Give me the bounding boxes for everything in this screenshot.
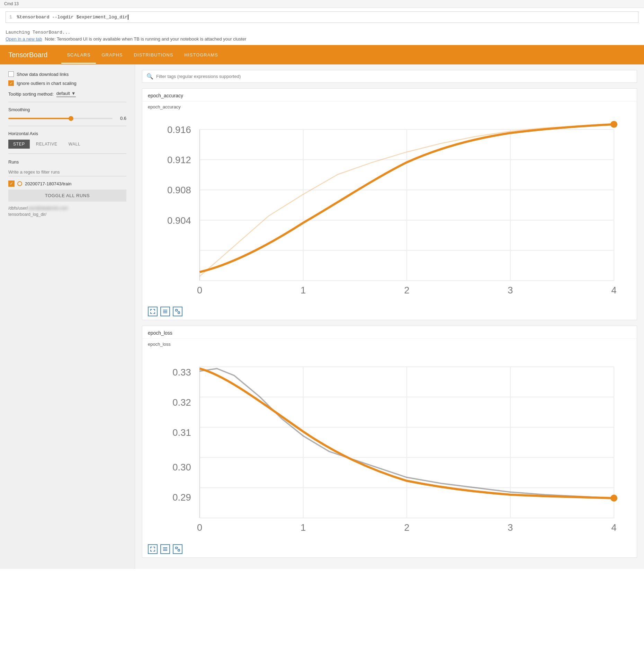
svg-point-49 bbox=[610, 495, 617, 502]
tooltip-label: Tooltip sorting method: bbox=[8, 91, 54, 97]
svg-text:3: 3 bbox=[508, 522, 513, 533]
chart-actions-accuracy bbox=[142, 305, 637, 320]
run-circle-icon bbox=[17, 181, 22, 186]
chart-card-loss: epoch_loss epoch_loss bbox=[142, 326, 637, 557]
show-download-checkbox[interactable] bbox=[8, 71, 14, 77]
note-text: Note: Tensorboard UI is only available w… bbox=[45, 36, 247, 42]
smoothing-label: Smoothing bbox=[8, 107, 126, 112]
smoothing-slider-row: 0.6 bbox=[8, 116, 126, 121]
chart-area-loss: 0.33 0.32 0.31 0.30 0.29 0 1 2 3 4 bbox=[142, 347, 637, 542]
svg-text:0.904: 0.904 bbox=[167, 215, 191, 226]
tab-histograms[interactable]: HISTOGRAMS bbox=[179, 46, 224, 64]
chart-inner-title-accuracy: epoch_accuracy bbox=[142, 102, 637, 109]
svg-text:4: 4 bbox=[611, 285, 617, 296]
svg-text:0.908: 0.908 bbox=[167, 185, 191, 195]
show-download-row[interactable]: Show data download links bbox=[8, 71, 126, 77]
cmd-label: Cmd 13 bbox=[4, 1, 19, 6]
right-panel: 🔍 epoch_accuracy epoch_accuracy bbox=[135, 64, 644, 569]
svg-rect-53 bbox=[176, 547, 177, 549]
svg-text:0.29: 0.29 bbox=[172, 492, 191, 503]
link-row: Open in a new tab Note: Tensorboard UI i… bbox=[0, 36, 644, 45]
chart-inner-title-loss: epoch_loss bbox=[142, 339, 637, 347]
fit-loss-icon[interactable] bbox=[173, 544, 182, 554]
tooltip-value: default bbox=[56, 91, 70, 96]
run-item: 20200717-180743/train bbox=[8, 180, 126, 187]
svg-point-20 bbox=[610, 121, 617, 128]
svg-rect-24 bbox=[176, 309, 177, 311]
run-checkbox[interactable] bbox=[8, 180, 15, 187]
divider-1 bbox=[8, 102, 126, 102]
accuracy-chart-svg: 0.916 0.912 0.908 0.904 0 1 2 3 4 bbox=[148, 112, 631, 302]
tensorboard-nav: TensorBoard SCALARS GRAPHS DISTRIBUTIONS… bbox=[0, 45, 644, 64]
loss-chart-svg: 0.33 0.32 0.31 0.30 0.29 0 1 2 3 4 bbox=[148, 350, 631, 539]
svg-text:0.32: 0.32 bbox=[172, 397, 191, 408]
smoothing-fill bbox=[8, 118, 71, 119]
svg-text:0.30: 0.30 bbox=[172, 462, 191, 473]
search-icon: 🔍 bbox=[146, 73, 153, 80]
svg-text:0: 0 bbox=[197, 522, 202, 533]
tooltip-row: Tooltip sorting method: default ▼ bbox=[8, 91, 126, 97]
svg-text:3: 3 bbox=[508, 285, 513, 296]
data-icon[interactable] bbox=[160, 307, 170, 316]
chart-area-accuracy: 0.916 0.912 0.908 0.904 0 1 2 3 4 bbox=[142, 109, 637, 305]
svg-text:0: 0 bbox=[197, 285, 202, 296]
smoothing-value: 0.6 bbox=[116, 116, 126, 121]
open-link[interactable]: Open in a new tab bbox=[6, 36, 42, 42]
chart-title-loss: epoch_loss bbox=[142, 326, 637, 339]
line-number: 1 bbox=[9, 15, 12, 20]
svg-text:2: 2 bbox=[404, 285, 409, 296]
top-bar: Cmd 13 bbox=[0, 0, 644, 8]
code-text: %tensorboard --logdir $experiment_log_di… bbox=[17, 15, 128, 20]
axis-btn-relative[interactable]: RELATIVE bbox=[31, 140, 62, 149]
log-dir-text: /dbfs/user/user@databricks.com tensorboa… bbox=[8, 205, 126, 218]
ignore-outliers-label: Ignore outliers in chart scaling bbox=[17, 81, 77, 86]
toggle-all-button[interactable]: TOGGLE ALL RUNS bbox=[8, 190, 126, 202]
sidebar: Show data download links Ignore outliers… bbox=[0, 64, 135, 569]
svg-rect-54 bbox=[178, 549, 180, 551]
expand-icon[interactable] bbox=[148, 307, 158, 316]
svg-text:0.33: 0.33 bbox=[172, 367, 191, 378]
chart-actions-loss bbox=[142, 542, 637, 557]
svg-text:4: 4 bbox=[611, 522, 617, 533]
ignore-outliers-row[interactable]: Ignore outliers in chart scaling bbox=[8, 80, 126, 86]
main-content: Show data download links Ignore outliers… bbox=[0, 64, 644, 569]
axis-btn-step[interactable]: STEP bbox=[8, 140, 30, 149]
data-loss-icon[interactable] bbox=[160, 544, 170, 554]
tab-scalars[interactable]: SCALARS bbox=[61, 46, 96, 64]
runs-label: Runs bbox=[8, 159, 126, 165]
filter-input[interactable] bbox=[156, 74, 633, 79]
fit-icon[interactable] bbox=[173, 307, 182, 316]
tb-logo: TensorBoard bbox=[8, 51, 47, 59]
svg-text:2: 2 bbox=[404, 522, 409, 533]
h-axis-label: Horizontal Axis bbox=[8, 131, 126, 136]
dropdown-arrow-icon: ▼ bbox=[71, 91, 76, 96]
smoothing-track bbox=[8, 118, 113, 119]
axis-btn-wall[interactable]: WALL bbox=[64, 140, 86, 149]
expand-loss-icon[interactable] bbox=[148, 544, 158, 554]
launch-text: Launching TensorBoard... bbox=[0, 26, 644, 36]
svg-text:1: 1 bbox=[301, 285, 306, 296]
smoothing-thumb[interactable] bbox=[69, 116, 73, 121]
tab-graphs[interactable]: GRAPHS bbox=[96, 46, 128, 64]
code-cell: 1 %tensorboard --logdir $experiment_log_… bbox=[6, 11, 638, 23]
svg-text:0.31: 0.31 bbox=[172, 428, 191, 438]
chart-card-accuracy: epoch_accuracy epoch_accuracy bbox=[142, 88, 637, 320]
divider-2 bbox=[8, 126, 126, 126]
svg-rect-25 bbox=[178, 312, 180, 314]
run-label: 20200717-180743/train bbox=[25, 181, 71, 186]
h-axis-buttons: STEP RELATIVE WALL bbox=[8, 140, 126, 149]
svg-text:0.912: 0.912 bbox=[167, 155, 191, 165]
chart-title-accuracy: epoch_accuracy bbox=[142, 89, 637, 102]
show-download-label: Show data download links bbox=[17, 72, 69, 77]
runs-section: Runs 20200717-180743/train TOGGLE ALL RU… bbox=[8, 159, 126, 218]
blurred-email: user@databricks.com bbox=[28, 205, 68, 211]
divider-3 bbox=[8, 153, 126, 154]
runs-filter-input[interactable] bbox=[8, 168, 126, 176]
svg-text:1: 1 bbox=[301, 522, 306, 533]
ignore-outliers-checkbox[interactable] bbox=[8, 80, 14, 86]
tab-distributions[interactable]: DISTRIBUTIONS bbox=[128, 46, 179, 64]
tooltip-select[interactable]: default ▼ bbox=[56, 91, 76, 97]
svg-text:0.916: 0.916 bbox=[167, 124, 191, 135]
filter-bar: 🔍 bbox=[142, 70, 637, 83]
